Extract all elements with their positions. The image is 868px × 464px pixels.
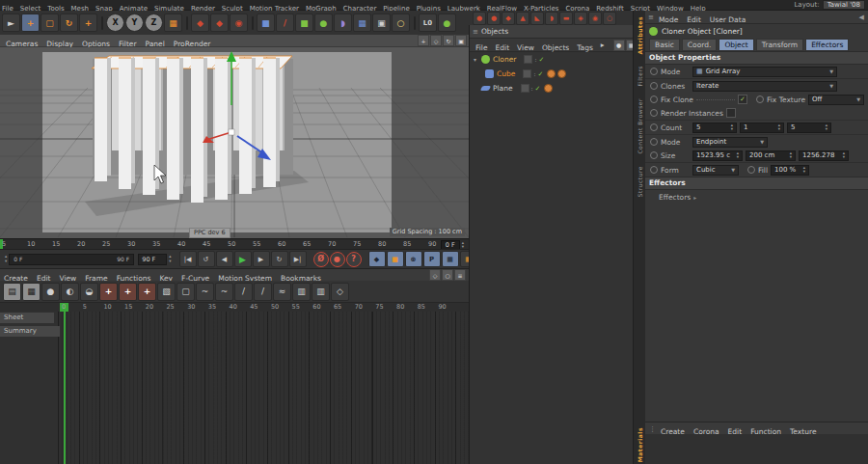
visibility-dots-icon[interactable]: : [533,70,535,77]
axis-origin[interactable] [229,129,234,135]
search-icon[interactable]: ● [613,40,625,51]
last-tool-icon[interactable]: + [79,14,97,32]
vertical-tab[interactable]: Content Browser [637,98,643,154]
key-pla-button[interactable]: ▦ [442,251,459,267]
plugin-icon[interactable]: ● [473,12,486,25]
render-instances-checkbox[interactable] [726,108,736,118]
anim-corner-icon[interactable]: ≡ [454,269,466,281]
plugin-icon[interactable]: ◆ [502,12,515,25]
anim-tool-icon[interactable]: ● [41,283,60,301]
vertical-tab[interactable]: Structure [637,166,643,197]
anim-tool-icon[interactable]: ◇ [331,283,349,301]
anim-tool-icon[interactable]: ◐ [61,283,79,301]
floor-icon[interactable]: ▦ [353,14,371,32]
pan-view-icon[interactable]: + [418,35,429,46]
end-frame-stepper[interactable]: ▴▾ [169,255,171,263]
viewport[interactable]: PPC dev 6 Grid Spacing : 100 cm [0,47,469,238]
spline-pen-icon[interactable]: / [276,14,294,32]
light-icon[interactable]: ○ [392,14,410,32]
mograph-icon[interactable]: ■ [295,14,313,32]
plugin-icon[interactable]: ◉ [588,12,602,25]
object-menu-item[interactable]: Objects [542,43,569,52]
material-tag-icon[interactable] [557,69,566,78]
anim-tool-icon[interactable]: ▦ [22,283,41,301]
vertical-tab[interactable]: Attributes [637,16,643,54]
attribute-tab[interactable]: Basic [649,39,680,51]
cube-primitive-icon[interactable]: ■ [257,14,275,32]
object-label[interactable]: Cloner [493,55,516,64]
material-manager-area[interactable] [645,434,868,464]
fix-clone-checkbox[interactable]: ✓ [738,95,747,104]
material-tag-icon[interactable] [547,69,556,78]
count-x-field[interactable]: 5▴▾ [692,123,737,133]
rotate-tool-icon[interactable]: ↻ [60,14,78,32]
anim-tool-icon[interactable]: ~ [215,283,233,301]
anim-tool-icon[interactable]: ▥ [292,283,311,301]
zoom-view-icon[interactable]: ◇ [430,35,442,46]
go-start-button[interactable]: |◀ [179,251,197,267]
anim-dot-icon[interactable] [650,96,658,103]
key-scale-button[interactable]: ■ [387,251,404,267]
select-tool-icon[interactable]: ► [2,14,20,32]
anim-tool-icon[interactable]: ▥ [312,283,330,301]
key-param-button[interactable]: P [423,251,441,267]
material-tag-icon[interactable] [544,84,553,93]
attribute-tab[interactable]: Effectors [805,39,849,51]
move-tool-icon[interactable]: + [21,14,40,32]
deformer-icon[interactable]: ◗ [334,14,352,32]
toolbar-separator[interactable] [252,16,254,30]
anim-tool-icon[interactable]: ▢ [176,283,195,301]
object-menu-item[interactable]: File [475,43,488,52]
panel-menu-icon[interactable]: ≡ [648,14,654,21]
collapse-icon[interactable]: ◀ [859,14,864,21]
next-key-button[interactable]: ↻ [271,251,288,267]
anim-tool-icon[interactable]: / [254,283,272,301]
layer-chip-icon[interactable] [524,55,532,64]
tree-item-cube[interactable]: Cube : ✓ [470,67,633,81]
dope-sheet[interactable]: Sheet Summary [0,312,469,464]
render-view-icon[interactable]: ◆ [191,14,209,32]
anim-tool-icon[interactable]: / [234,283,253,301]
fix-texture-dropdown[interactable]: Off▼ [808,95,864,105]
anim-dot-icon[interactable] [650,82,658,90]
anim-tool-icon[interactable]: ▧ [157,283,176,301]
plugin-icon[interactable]: ◣ [530,12,544,25]
plugin-icon[interactable]: ▲ [516,12,529,25]
toolbar-separator[interactable] [101,16,103,30]
prev-frame-button[interactable]: ◀ [216,251,233,267]
tree-item-plane[interactable]: Plane : ✓ [470,81,633,96]
anim-dot-icon[interactable] [650,123,658,131]
render-region-icon[interactable]: ◆ [210,14,229,32]
anim-tool-icon[interactable]: ≈ [273,283,291,301]
anim-dot-icon[interactable] [650,151,658,159]
x-axis-button[interactable]: X [106,14,124,32]
enabled-check-icon[interactable]: ✓ [538,56,544,64]
endpoint-dropdown[interactable]: Endpoint▼ [692,137,768,148]
attribute-menu-item[interactable]: Edit [687,15,701,24]
attribute-tab[interactable]: Transform [756,39,803,51]
layout-select[interactable]: Tawial '08 [823,0,865,10]
anim-tool-icon[interactable]: + [99,283,118,301]
render-settings-icon[interactable]: ◉ [230,14,248,32]
effectors-row[interactable]: Effectors ▸ [645,190,868,204]
next-frame-button[interactable]: ▶ [253,251,270,267]
attribute-menu-item[interactable]: User Data [710,15,746,24]
animation-playhead-line[interactable] [64,312,66,464]
animation-ruler[interactable]: 051015202530354045505560657075808590 [0,302,469,312]
clones-dropdown[interactable]: Iterate▼ [692,81,837,92]
anim-tool-icon[interactable]: + [138,283,156,301]
vertical-tab[interactable]: Materials [637,427,643,462]
camera-icon[interactable]: ▣ [372,14,391,32]
z-axis-button[interactable]: Z [145,14,163,32]
vertical-tab[interactable]: Filters [637,66,643,87]
go-end-button[interactable]: ▶| [289,251,307,267]
object-menu-item[interactable]: Edit [496,43,510,52]
rotate-view-icon[interactable]: ↻ [443,35,454,46]
attribute-tab[interactable]: Object [719,39,753,51]
anim-dot-icon[interactable] [756,96,764,103]
dope-sheet-row-label[interactable]: Sheet [0,313,54,323]
toolbar-separator[interactable] [414,16,416,30]
toggle-view-icon[interactable]: ▣ [455,35,467,46]
layer-chip-icon[interactable] [521,84,529,93]
tree-item-cloner[interactable]: ▾ Cloner : ✓ [470,52,633,67]
